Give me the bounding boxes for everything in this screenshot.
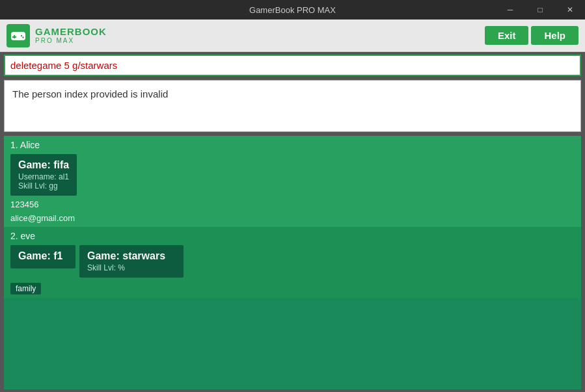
game-title: Game: starwars bbox=[87, 250, 176, 262]
family-tag: family bbox=[10, 280, 575, 294]
games-container: Game: fifa Username: al1 Skill Lvl: gg bbox=[10, 154, 575, 196]
app-logo: GAMERBOOK PRO MAX bbox=[7, 24, 107, 47]
game-title: Game: fifa bbox=[18, 159, 69, 171]
output-text: The person index provided is invalid bbox=[12, 88, 168, 99]
game-username: Username: al1 bbox=[18, 172, 69, 181]
logo-icon bbox=[7, 24, 30, 47]
game-title: Game: f1 bbox=[18, 250, 68, 262]
logo-text: GAMERBOOK PRO MAX bbox=[35, 27, 107, 45]
titlebar: GamerBook PRO MAX ─ □ ✕ bbox=[0, 0, 585, 20]
person-row: 1. Alice Game: fifa Username: al1 Skill … bbox=[4, 136, 581, 227]
person-phone: 123456 bbox=[10, 200, 575, 209]
help-button[interactable]: Help bbox=[531, 26, 578, 45]
header-buttons: Exit Help bbox=[485, 26, 578, 45]
game-skill: Skill Lvl: gg bbox=[18, 181, 69, 190]
svg-rect-0 bbox=[11, 32, 25, 40]
command-input[interactable] bbox=[5, 56, 580, 75]
person-email: alice@gmail.com bbox=[10, 213, 575, 223]
logo-sub-text: PRO MAX bbox=[35, 37, 107, 44]
svg-rect-2 bbox=[12, 36, 16, 38]
app-header: GAMERBOOK PRO MAX Exit Help bbox=[0, 20, 585, 52]
window-title: GamerBook PRO MAX bbox=[249, 5, 336, 15]
data-panel: 1. Alice Game: fifa Username: al1 Skill … bbox=[4, 136, 581, 389]
exit-button[interactable]: Exit bbox=[485, 26, 529, 45]
games-container: Game: f1 Game: starwars Skill Lvl: % bbox=[10, 245, 575, 278]
window-controls: ─ □ ✕ bbox=[495, 0, 585, 20]
gamepad-icon bbox=[10, 27, 27, 44]
game-skill: Skill Lvl: % bbox=[87, 263, 176, 272]
command-bar bbox=[4, 55, 581, 76]
output-area: The person index provided is invalid bbox=[4, 80, 581, 132]
minimize-button[interactable]: ─ bbox=[495, 0, 525, 20]
person-label: 2. eve bbox=[10, 231, 575, 241]
game-card: Game: f1 bbox=[10, 245, 75, 268]
tag-label: family bbox=[10, 283, 41, 294]
game-card: Game: starwars Skill Lvl: % bbox=[79, 245, 184, 278]
close-button[interactable]: ✕ bbox=[555, 0, 585, 20]
maximize-button[interactable]: □ bbox=[525, 0, 555, 20]
svg-point-4 bbox=[22, 36, 23, 38]
person-row: 2. eve Game: f1 Game: starwars Skill Lvl… bbox=[4, 227, 581, 298]
logo-main-text: GAMERBOOK bbox=[35, 27, 107, 38]
svg-point-3 bbox=[21, 34, 22, 36]
person-label: 1. Alice bbox=[10, 140, 575, 150]
game-card: Game: fifa Username: al1 Skill Lvl: gg bbox=[10, 154, 77, 196]
